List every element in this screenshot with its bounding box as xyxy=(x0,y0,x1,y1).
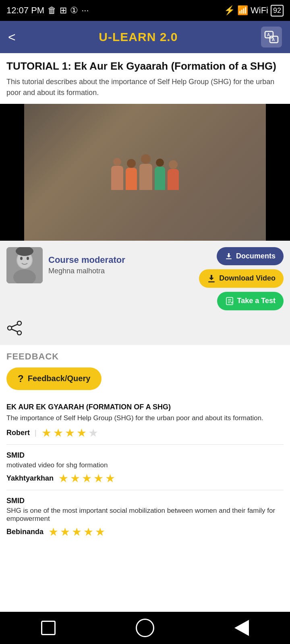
stars-bebinanda: ★ ★ ★ ★ ★ xyxy=(48,525,105,539)
app-title: U-LEARN 2.0 xyxy=(16,30,261,44)
home-icon xyxy=(136,619,154,637)
more-icon: ··· xyxy=(81,5,89,16)
tutorial-title: TUTORIAL 1: Ek Aur Ek Gyaarah (Formation… xyxy=(6,60,284,73)
svg-line-20 xyxy=(12,324,17,327)
battery-display: 92 xyxy=(271,5,284,17)
svg-text:A: A xyxy=(267,33,270,37)
review-item-yakhtyarkhan: SMID motivated video for shg formation Y… xyxy=(6,451,284,485)
back-icon xyxy=(234,620,249,636)
review-item-robert: Robert | ★ ★ ★ ★ ★ xyxy=(6,426,284,440)
person-4 xyxy=(155,159,165,190)
translate-button[interactable]: A A xyxy=(261,27,282,47)
avatar-svg xyxy=(6,247,43,283)
person-5 xyxy=(168,160,179,190)
review-row-yakhtyarkhan: Yakhtyarkhan ★ ★ ★ ★ ★ xyxy=(6,472,284,485)
back-button[interactable]: < xyxy=(8,30,16,45)
smid-label-2: SMID xyxy=(6,497,284,505)
reviews-section: EK AUR EK GYAARAH (FORMATION OF A SHG) T… xyxy=(0,403,290,587)
nav-back-button[interactable] xyxy=(232,618,252,638)
nav-recents-button[interactable] xyxy=(38,618,58,638)
translate-icon: A A xyxy=(264,30,279,44)
status-left: 12:07 PM 🗑 ⊞ ① ··· xyxy=(6,5,89,16)
svg-point-9 xyxy=(27,257,29,260)
review-comment-yakhtyarkhan: motivated video for shg formation xyxy=(6,461,284,469)
navigation-bar xyxy=(0,612,290,644)
moderator-name: Meghna malhotra xyxy=(48,267,125,275)
svg-point-19 xyxy=(17,331,21,335)
trash-icon: 🗑 xyxy=(48,5,56,16)
review-comment-bebinanda: SHG is one of the most important social … xyxy=(6,507,284,523)
feedback-button[interactable]: ? Feedback/Query xyxy=(6,367,102,390)
feedback-heading: FEEDBACK xyxy=(6,351,284,362)
bottom-space xyxy=(6,540,284,580)
person-1 xyxy=(111,158,123,190)
divider-2 xyxy=(6,490,284,490)
moderator-section: Course moderator Meghna malhotra Documen… xyxy=(0,241,290,317)
person-3 xyxy=(139,154,152,190)
moderator-info-left: Course moderator Meghna malhotra xyxy=(6,247,125,283)
share-icon xyxy=(6,321,23,335)
stars-yakhtyarkhan: ★ ★ ★ ★ ★ xyxy=(58,472,115,485)
people-silhouette xyxy=(111,154,179,190)
reviewer-name-robert: Robert xyxy=(6,429,30,437)
svg-point-18 xyxy=(8,326,12,330)
documents-button[interactable]: Documents xyxy=(217,247,284,265)
status-bar: 12:07 PM 🗑 ⊞ ① ··· ⚡ 📶 WiFi 92 xyxy=(0,0,290,21)
question-icon: ? xyxy=(18,373,24,384)
svg-rect-12 xyxy=(208,281,215,283)
person-2 xyxy=(126,159,137,190)
review-block-description: The importance of Self Help Group (SHG) … xyxy=(6,413,284,423)
svg-point-17 xyxy=(17,321,21,325)
feedback-section: FEEDBACK ? Feedback/Query xyxy=(0,345,290,396)
recents-icon xyxy=(41,621,56,635)
test-icon xyxy=(225,297,234,305)
tab-icon: ① xyxy=(70,5,78,16)
stars-robert: ★ ★ ★ ★ ★ xyxy=(41,426,98,440)
download-docs-icon xyxy=(225,252,233,260)
moderator-label: Course moderator xyxy=(48,255,125,265)
svg-line-21 xyxy=(12,329,17,332)
time-display: 12:07 PM xyxy=(6,5,44,16)
bluetooth-icon: ⚡ xyxy=(224,5,235,16)
video-player[interactable] xyxy=(0,104,290,241)
avatar-image xyxy=(6,247,43,283)
grid-icon: ⊞ xyxy=(60,5,67,16)
divider-1 xyxy=(6,444,284,445)
action-buttons: Documents Download Video Take a Test xyxy=(199,247,284,310)
review-item-bebinanda: SMID SHG is one of the most important so… xyxy=(6,497,284,539)
download-video-icon xyxy=(207,274,216,283)
reviewer-name-yakhtyarkhan: Yakhtyarkhan xyxy=(6,474,54,483)
svg-text:A: A xyxy=(272,37,275,42)
wifi-icon: WiFi xyxy=(251,5,268,16)
video-overlay xyxy=(24,104,266,241)
main-content: TUTORIAL 1: Ek Aur Ek Gyaarah (Formation… xyxy=(0,53,290,98)
signal-icon: 📶 xyxy=(237,5,248,16)
svg-rect-11 xyxy=(226,258,232,259)
share-button[interactable] xyxy=(6,321,23,339)
review-block-title: EK AUR EK GYAARAH (FORMATION OF A SHG) xyxy=(6,403,284,411)
download-video-button[interactable]: Download Video xyxy=(199,269,284,288)
svg-point-8 xyxy=(20,257,23,260)
tutorial-description: This tutorial describes about the import… xyxy=(6,76,284,98)
app-header: < U-LEARN 2.0 A A xyxy=(0,21,290,53)
moderator-text: Course moderator Meghna malhotra xyxy=(48,255,125,275)
moderator-avatar xyxy=(6,247,43,283)
nav-home-button[interactable] xyxy=(135,618,155,638)
take-test-button[interactable]: Take a Test xyxy=(217,292,284,310)
smid-label-1: SMID xyxy=(6,451,284,460)
status-right: ⚡ 📶 WiFi 92 xyxy=(224,5,284,17)
share-section xyxy=(0,317,290,345)
review-row-bebinanda: Bebinanda ★ ★ ★ ★ ★ xyxy=(6,525,284,539)
reviewer-name-bebinanda: Bebinanda xyxy=(6,528,44,536)
